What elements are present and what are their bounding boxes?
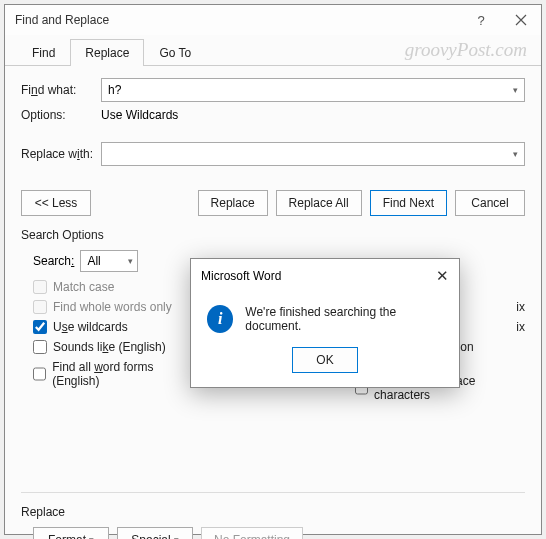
format-button[interactable]: Format▾ <box>33 527 109 539</box>
chevron-down-icon: ▾ <box>128 256 133 266</box>
tab-replace[interactable]: Replace <box>70 39 144 66</box>
no-formatting-button: No Formatting <box>201 527 303 539</box>
info-modal: Microsoft Word ✕ i We're finished search… <box>190 258 460 388</box>
findwhat-value: h? <box>108 83 121 97</box>
divider <box>21 492 525 493</box>
titlebar: Find and Replace ? <box>5 5 541 35</box>
search-options-heading: Search Options <box>21 228 525 242</box>
less-button[interactable]: << Less <box>21 190 91 216</box>
cancel-button[interactable]: Cancel <box>455 190 525 216</box>
modal-titlebar: Microsoft Word ✕ <box>191 259 459 293</box>
tab-find[interactable]: Find <box>17 39 70 66</box>
findwhat-input[interactable]: h? ▾ <box>101 78 525 102</box>
replace-section-buttons: Format▾ Special▾ No Formatting <box>33 527 525 539</box>
modal-ok-button[interactable]: OK <box>292 347 358 373</box>
help-button[interactable]: ? <box>461 5 501 35</box>
search-direction-select[interactable]: All ▾ <box>80 250 138 272</box>
chevron-down-icon: ▾ <box>513 149 518 159</box>
find-next-button[interactable]: Find Next <box>370 190 447 216</box>
options-value: Use Wildcards <box>101 108 178 122</box>
whole-words-checkbox: Find whole words only <box>33 300 195 314</box>
modal-close-icon[interactable]: ✕ <box>436 267 449 285</box>
options-label: Options: <box>21 108 101 122</box>
special-button[interactable]: Special▾ <box>117 527 193 539</box>
replace-section-heading: Replace <box>21 505 525 519</box>
use-wildcards-checkbox[interactable]: Use wildcards <box>33 320 195 334</box>
window-title: Find and Replace <box>15 13 461 27</box>
replace-all-button[interactable]: Replace All <box>276 190 362 216</box>
search-direction-label: Search: <box>33 254 74 268</box>
replacewith-input[interactable]: ▾ <box>101 142 525 166</box>
match-case-checkbox: Match case <box>33 280 195 294</box>
tab-goto[interactable]: Go To <box>144 39 206 66</box>
replace-button[interactable]: Replace <box>198 190 268 216</box>
chevron-down-icon: ▾ <box>513 85 518 95</box>
word-forms-checkbox[interactable]: Find all word forms (English) <box>33 360 195 388</box>
findwhat-label: Find what: <box>21 83 101 97</box>
modal-title-text: Microsoft Word <box>201 269 436 283</box>
replacewith-label: Replace with: <box>21 147 101 161</box>
info-icon: i <box>207 305 233 333</box>
action-buttons: << Less Replace Replace All Find Next Ca… <box>21 190 525 216</box>
watermark: groovyPost.com <box>405 39 527 61</box>
modal-message: We're finished searching the document. <box>245 305 443 333</box>
window-buttons: ? <box>461 5 541 35</box>
close-button[interactable] <box>501 5 541 35</box>
sounds-like-checkbox[interactable]: Sounds like (English) <box>33 340 195 354</box>
search-direction-value: All <box>87 254 100 268</box>
